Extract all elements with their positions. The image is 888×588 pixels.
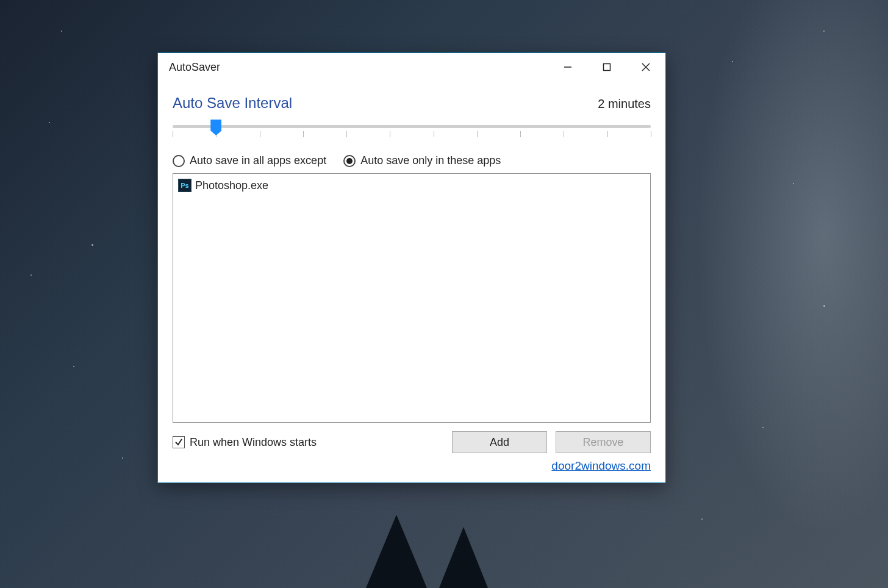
interval-heading: Auto Save Interval (173, 95, 292, 112)
slider-tick (564, 131, 564, 137)
window-title: AutoSaver (169, 61, 220, 74)
radio-except-label: Auto save in all apps except (190, 154, 326, 167)
slider-tick (173, 131, 173, 137)
radio-except[interactable]: Auto save in all apps except (173, 154, 326, 167)
list-item-label: Photoshop.exe (195, 179, 268, 192)
slider-tick (346, 131, 347, 137)
interval-value-label: 2 minutes (598, 97, 651, 111)
remove-button-label: Remove (582, 436, 623, 449)
website-link[interactable]: door2windows.com (551, 459, 651, 473)
radio-only-label: Auto save only in these apps (360, 154, 501, 167)
titlebar[interactable]: AutoSaver (158, 53, 665, 81)
close-button[interactable] (626, 53, 665, 81)
remove-button[interactable]: Remove (556, 431, 651, 453)
slider-tick (390, 131, 390, 137)
app-window: AutoSaver Auto Save Interval 2 minutes A… (157, 52, 666, 483)
slider-tick (520, 131, 521, 137)
startup-label: Run when Windows starts (190, 436, 317, 449)
slider-tick (434, 131, 434, 137)
slider-tick (651, 131, 651, 137)
svg-rect-1 (604, 64, 610, 71)
maximize-button[interactable] (587, 53, 626, 81)
app-icon: Ps (178, 179, 192, 192)
slider-tick (477, 131, 478, 137)
close-icon (641, 62, 651, 72)
add-button-label: Add (490, 436, 509, 449)
slider-tick (303, 131, 304, 137)
slider-tick (260, 131, 260, 137)
minimize-icon (564, 63, 572, 71)
add-button[interactable]: Add (452, 431, 547, 453)
radio-only[interactable]: Auto save only in these apps (343, 154, 501, 167)
interval-slider[interactable] (173, 119, 651, 146)
startup-checkbox[interactable]: Run when Windows starts (173, 436, 317, 449)
radio-icon (343, 155, 356, 167)
maximize-icon (603, 63, 611, 71)
radio-icon (173, 155, 185, 167)
app-listbox[interactable]: PsPhotoshop.exe (173, 173, 651, 423)
slider-track (173, 125, 651, 128)
checkbox-icon (173, 436, 185, 448)
minimize-button[interactable] (548, 53, 587, 81)
list-item[interactable]: PsPhotoshop.exe (177, 177, 646, 193)
slider-tick (607, 131, 608, 137)
